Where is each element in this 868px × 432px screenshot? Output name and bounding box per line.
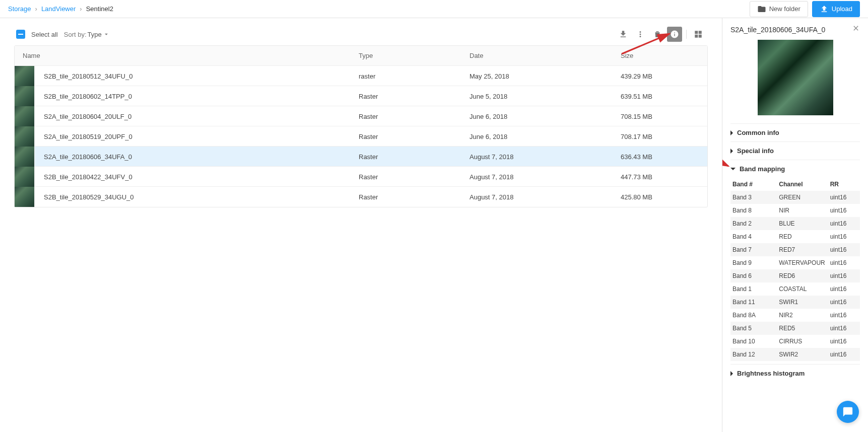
band-rr: uint16 [830, 312, 858, 319]
band-num: Band 8A [732, 312, 779, 319]
chat-fab-button[interactable] [837, 401, 859, 423]
band-channel: BLUE [779, 220, 830, 227]
file-toolbar: Select all Sort by: Type [14, 23, 708, 45]
cell-type: Raster [359, 193, 470, 201]
col-size[interactable]: Size [621, 52, 701, 59]
select-all-checkbox[interactable] [16, 30, 25, 39]
table-row[interactable]: S2B_tile_20180512_34UFU_0rasterMay 25, 2… [15, 66, 707, 86]
chevron-right-icon [730, 371, 733, 376]
cell-name: S2B_tile_20180602_14TPP_0 [44, 93, 359, 100]
band-row: Band 4REDuint16 [730, 230, 860, 243]
section-brightness-histogram[interactable]: Brightness histogram [730, 364, 860, 382]
band-table-header: Band # Channel RR [730, 178, 860, 191]
bandcol-channel: Channel [779, 181, 830, 188]
cell-name: S2A_tile_20180519_20UPF_0 [44, 133, 359, 140]
cell-type: Raster [359, 153, 470, 161]
cell-size: 439.29 MB [621, 73, 701, 80]
cell-type: Raster [359, 133, 470, 140]
cell-date: June 6, 2018 [470, 133, 621, 140]
table-row[interactable]: S2B_tile_20180529_34UGU_0RasterAugust 7,… [15, 187, 707, 207]
row-thumbnail [15, 86, 35, 106]
band-num: Band 8 [732, 207, 779, 214]
row-thumbnail [15, 106, 35, 126]
section-special-info[interactable]: Special info [730, 141, 860, 160]
grid-view-button[interactable] [691, 27, 706, 42]
cell-type: raster [359, 73, 470, 80]
cell-name: S2B_tile_20180512_34UFU_0 [44, 73, 359, 80]
cell-size: 708.15 MB [621, 113, 701, 120]
band-rr: uint16 [830, 338, 858, 345]
close-icon [852, 24, 860, 32]
col-date[interactable]: Date [470, 52, 621, 59]
upload-button[interactable]: Upload [812, 1, 860, 17]
band-channel: CIRRUS [779, 338, 830, 345]
section-common-info[interactable]: Common info [730, 123, 860, 141]
band-rr: uint16 [830, 259, 858, 266]
table-row[interactable]: S2B_tile_20180602_14TPP_0RasterJune 5, 2… [15, 86, 707, 106]
band-row: Band 5RED5uint16 [730, 322, 860, 335]
band-rr: uint16 [830, 272, 858, 279]
close-panel-button[interactable] [852, 24, 860, 35]
band-row: Band 8NIRuint16 [730, 204, 860, 217]
band-row: Band 8ANIR2uint16 [730, 309, 860, 322]
breadcrumb-link-landviewer[interactable]: LandViewer [41, 5, 76, 13]
cell-type: Raster [359, 113, 470, 120]
band-num: Band 6 [732, 272, 779, 279]
band-num: Band 2 [732, 220, 779, 227]
band-num: Band 11 [732, 299, 779, 306]
bandcol-band: Band # [732, 181, 779, 188]
cell-name: S2A_tile_20180606_34UFA_0 [44, 153, 359, 161]
sort-label: Sort by: [64, 31, 87, 38]
breadcrumb-current: Sentinel2 [86, 5, 113, 13]
table-row[interactable]: S2A_tile_20180519_20UPF_0RasterJune 6, 2… [15, 126, 707, 147]
section-label: Common info [737, 129, 779, 136]
more-vert-icon [636, 30, 645, 39]
band-num: Band 4 [732, 233, 779, 240]
band-channel: WATERVAPOUR [779, 259, 830, 266]
band-rr: uint16 [830, 194, 858, 201]
sort-control[interactable]: Sort by: Type [64, 31, 110, 38]
band-row: Band 11SWIR1uint16 [730, 296, 860, 309]
breadcrumb-link-storage[interactable]: Storage [8, 5, 31, 13]
cell-size: 447.73 MB [621, 173, 701, 181]
table-row[interactable]: S2B_tile_20180422_34UFV_0RasterAugust 7,… [15, 167, 707, 187]
breadcrumb-sep: › [80, 5, 82, 13]
col-name[interactable]: Name [18, 52, 359, 59]
more-button[interactable] [633, 27, 648, 42]
col-type[interactable]: Type [359, 52, 470, 59]
folder-plus-icon [757, 5, 766, 14]
band-num: Band 10 [732, 338, 779, 345]
band-channel: NIR2 [779, 312, 830, 319]
band-num: Band 3 [732, 194, 779, 201]
row-thumbnail [15, 126, 35, 147]
chevron-right-icon [730, 130, 733, 135]
band-channel: RED7 [779, 246, 830, 253]
band-num: Band 7 [732, 246, 779, 253]
delete-button[interactable] [650, 27, 665, 42]
section-band-mapping[interactable]: Band mapping [730, 160, 860, 178]
info-button[interactable] [667, 27, 682, 42]
cell-date: June 6, 2018 [470, 113, 621, 120]
band-row: Band 6RED6uint16 [730, 269, 860, 282]
details-panel: S2A_tile_20180606_34UFA_0 Common info Sp… [722, 18, 868, 432]
breadcrumb-sep: › [35, 5, 37, 13]
row-thumbnail [15, 167, 35, 187]
row-thumbnail [15, 66, 35, 86]
cell-size: 639.51 MB [621, 93, 701, 100]
grid-icon [694, 30, 703, 39]
select-all-label: Select all [31, 31, 58, 38]
chevron-right-icon [730, 149, 733, 154]
upload-icon [820, 5, 829, 14]
section-label: Brightness histogram [737, 370, 805, 377]
band-channel: RED6 [779, 272, 830, 279]
new-folder-button[interactable]: New folder [750, 1, 808, 17]
band-channel: COASTAL [779, 285, 830, 293]
download-button[interactable] [616, 27, 631, 42]
table-row[interactable]: S2A_tile_20180606_34UFA_0RasterAugust 7,… [15, 147, 707, 167]
cell-type: Raster [359, 93, 470, 100]
chat-icon [842, 406, 853, 417]
cell-date: August 7, 2018 [470, 173, 621, 181]
table-row[interactable]: S2A_tile_20180604_20ULF_0RasterJune 6, 2… [15, 106, 707, 126]
band-num: Band 1 [732, 285, 779, 293]
cell-size: 708.17 MB [621, 133, 701, 140]
